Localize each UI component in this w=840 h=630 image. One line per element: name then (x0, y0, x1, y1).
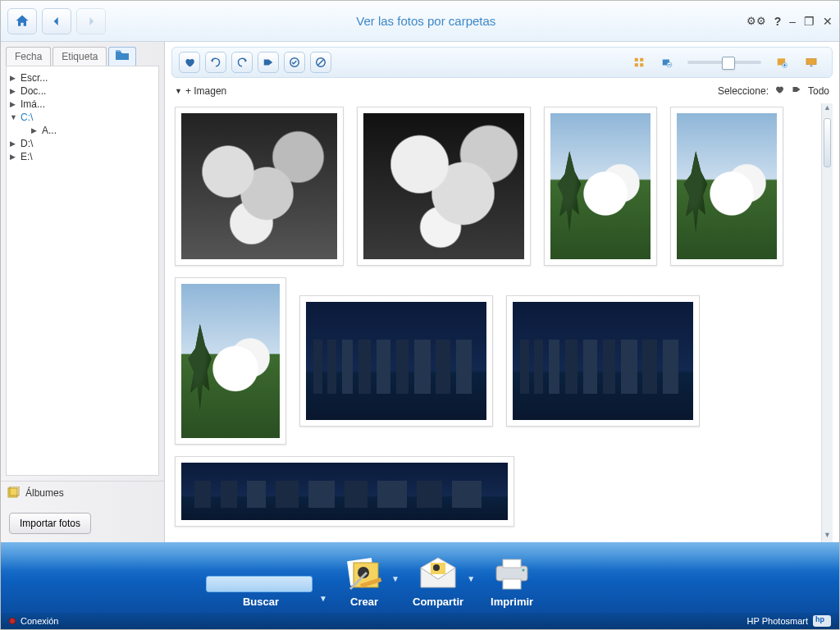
toolbar (171, 47, 833, 78)
check-circle-icon (289, 57, 300, 68)
nav-button-group (7, 8, 106, 34)
hp-logo-icon (813, 615, 831, 627)
restore-button[interactable]: ❐ (804, 15, 815, 28)
section-label: + Imagen (185, 85, 226, 97)
svg-rect-24 (503, 559, 521, 568)
tag-icon (262, 57, 274, 68)
slider-thumb[interactable] (722, 57, 735, 70)
window-title: Ver las fotos por carpetas (106, 14, 746, 28)
tab-date[interactable]: Fecha (6, 47, 51, 66)
tree-item[interactable]: ▶Doc... (10, 84, 155, 98)
title-bar: Ver las fotos por carpetas ⚙⚙ ? – ❐ ✕ (1, 1, 839, 42)
tab-tag[interactable]: Etiqueta (52, 47, 107, 66)
tree-item[interactable]: ▶Imá... (10, 98, 155, 111)
create-action[interactable]: Crear ▼ (340, 556, 388, 608)
select-label: Seleccione: (718, 85, 769, 97)
share-icon (418, 556, 459, 592)
svg-rect-6 (640, 58, 643, 62)
print-action[interactable]: Imprimir (488, 556, 536, 608)
photo-thumbnail[interactable] (175, 456, 514, 527)
svg-rect-16 (806, 58, 816, 64)
share-action[interactable]: Compartir ▼ (413, 556, 463, 608)
scroll-up-button[interactable]: ▲ (822, 103, 833, 115)
home-button[interactable] (7, 8, 37, 34)
zoom-in-icon (776, 57, 788, 68)
svg-rect-7 (635, 63, 638, 66)
create-icon (344, 556, 385, 592)
status-bar: Conexión HP Photosmart (1, 613, 839, 629)
sidebar-tabs: Fecha Etiqueta (1, 42, 164, 66)
window-controls: ⚙⚙ ? – ❐ ✕ (746, 15, 833, 28)
favorite-button[interactable] (179, 52, 200, 73)
zoom-out-button[interactable] (656, 52, 678, 73)
search-input[interactable] (206, 576, 313, 592)
import-area: Importar fotos (1, 504, 164, 542)
chevron-down-icon: ▼ (467, 574, 475, 583)
scroll-down-button[interactable]: ▼ (822, 531, 833, 542)
svg-rect-25 (503, 579, 521, 589)
chevron-down-icon: ▼ (175, 87, 182, 95)
tab-folders[interactable] (108, 47, 136, 66)
back-button[interactable] (42, 8, 71, 34)
approve-button[interactable] (284, 52, 305, 73)
svg-point-26 (523, 569, 525, 572)
printer-icon (491, 556, 532, 592)
zoom-in-button[interactable] (771, 52, 792, 73)
tree-item[interactable]: ▶D:\ (10, 137, 155, 150)
forward-button[interactable] (76, 8, 106, 34)
section-header: ▼ + Imagen Seleccione: Todo (171, 78, 833, 103)
thumbnail-size-slider[interactable] (687, 61, 761, 64)
photo-thumbnail[interactable] (299, 295, 493, 427)
help-button[interactable]: ? (774, 15, 782, 28)
view-grid-button[interactable] (627, 52, 651, 73)
tree-subitem[interactable]: ▶A... (31, 124, 155, 137)
chevron-down-icon: ▼ (391, 574, 399, 583)
scroll-thumb[interactable] (824, 118, 831, 167)
settings-button[interactable]: ⚙⚙ (746, 15, 766, 27)
bottom-action-bar: Buscar ▼ Crear ▼ (1, 542, 839, 613)
gallery-scrollbar[interactable]: ▲ ▼ (821, 103, 833, 542)
heart-icon (184, 57, 195, 68)
close-button[interactable]: ✕ (823, 15, 833, 28)
main-panel: ▼ + Imagen Seleccione: Todo (165, 42, 839, 542)
photo-thumbnail[interactable] (175, 107, 344, 266)
tag-icon (790, 84, 803, 94)
svg-point-22 (433, 564, 440, 571)
photo-thumbnail[interactable] (670, 107, 783, 266)
redo-button[interactable] (231, 52, 253, 73)
tree-item[interactable]: ▶E:\ (10, 150, 155, 163)
albums-icon (7, 486, 21, 500)
minimize-button[interactable]: – (789, 15, 796, 28)
tree-item[interactable]: ▶Escr... (10, 71, 155, 84)
select-favorites-button[interactable] (774, 84, 785, 97)
undo-button[interactable] (205, 52, 226, 73)
photo-thumbnail[interactable] (506, 295, 700, 427)
sidebar: Fecha Etiqueta ▶Escr... ▶Doc... ▶Imá... … (1, 42, 165, 542)
albums-button[interactable]: Álbumes (1, 481, 164, 504)
ban-circle-icon (315, 57, 326, 68)
redo-icon (236, 57, 248, 68)
select-all-button[interactable]: Todo (808, 85, 829, 97)
svg-rect-8 (640, 63, 643, 66)
search-action[interactable]: Buscar ▼ (206, 576, 316, 608)
reject-button[interactable] (310, 52, 331, 73)
import-photos-button[interactable]: Importar fotos (9, 513, 91, 534)
tree-item-selected[interactable]: ▼C:\ (10, 111, 155, 124)
arrow-left-icon (48, 13, 65, 30)
folder-tree[interactable]: ▶Escr... ▶Doc... ▶Imá... ▼C:\ ▶A... ▶D:\… (6, 66, 159, 476)
slideshow-button[interactable] (797, 52, 825, 73)
photo-thumbnail[interactable] (357, 107, 531, 266)
body: Fecha Etiqueta ▶Escr... ▶Doc... ▶Imá... … (1, 42, 839, 542)
svg-rect-23 (496, 566, 527, 581)
zoom-out-icon (661, 57, 673, 68)
slideshow-icon (806, 57, 817, 68)
photo-thumbnail[interactable] (544, 107, 657, 266)
brand-label: HP Photosmart (747, 616, 808, 626)
tag-button[interactable] (258, 52, 279, 73)
photo-thumbnail[interactable] (175, 277, 286, 445)
heart-icon (774, 84, 785, 94)
scroll-track[interactable] (822, 115, 833, 531)
select-tagged-button[interactable] (790, 84, 803, 97)
grid-icon (633, 57, 645, 68)
connection-status-icon (9, 618, 16, 624)
